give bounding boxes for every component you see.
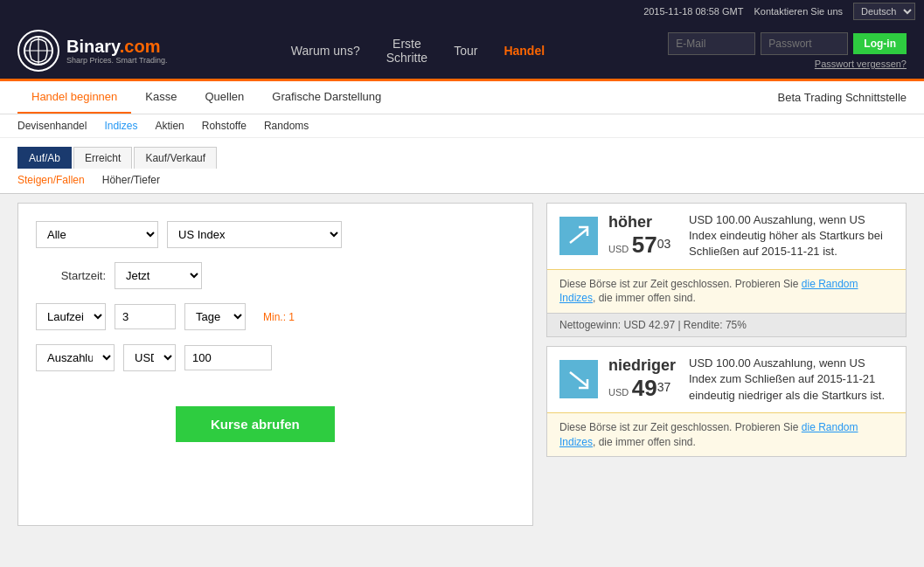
niedriger-price: USD 4937 xyxy=(608,375,670,402)
niedriger-icon xyxy=(559,360,598,398)
auszahlung-select[interactable]: Auszahlung xyxy=(36,344,115,371)
hoeher-desc: USD 100.00 Auszahlung, wenn US Index ein… xyxy=(689,212,893,260)
niedriger-warning: Diese Börse ist zur Zeit geschlossen. Pr… xyxy=(547,412,906,457)
startzeit-label: Startzeit: xyxy=(36,269,106,282)
language-select[interactable]: Deutsch xyxy=(853,3,915,20)
result-card-niedriger: niedriger USD 4937 USD 100.00 Auszahlung… xyxy=(546,346,907,457)
result-header-hoeher: höher USD 5703 USD 100.00 Auszahlung, we… xyxy=(547,204,906,269)
main-nav: Handel beginnen Kasse Quellen Grafische … xyxy=(0,81,924,114)
login-row: Log-in xyxy=(668,32,907,55)
header-nav: Warum uns? ErsteSchritte Tour Handel xyxy=(194,37,643,65)
forgot-password-link[interactable]: Passwort vergessen? xyxy=(815,59,907,69)
currency-select[interactable]: USD xyxy=(123,344,176,371)
niedriger-warning-link[interactable]: die Random Indizes xyxy=(559,421,858,448)
amount-input[interactable] xyxy=(184,345,272,370)
login-button[interactable]: Log-in xyxy=(853,33,907,54)
hoeher-warning: Diese Börse ist zur Zeit geschlossen. Pr… xyxy=(547,269,906,314)
header: Binary.com Sharp Prices. Smart Trading. … xyxy=(0,23,924,79)
nav-handel-beginnen[interactable]: Handel beginnen xyxy=(17,81,131,114)
email-field[interactable] xyxy=(668,32,755,55)
left-panel: Alle US Index Startzeit: Jetzt Laufzeit … xyxy=(17,203,533,526)
subnav-indizes[interactable]: Indizes xyxy=(104,118,137,134)
header-right: Log-in Passwort vergessen? xyxy=(668,32,907,69)
nav-tour[interactable]: Tour xyxy=(454,44,477,58)
password-field[interactable] xyxy=(761,32,848,55)
niedriger-title: niedriger xyxy=(608,356,676,375)
min-label: Min.: 1 xyxy=(263,311,295,323)
logo-text: Binary.com xyxy=(66,37,168,56)
hoeher-icon xyxy=(559,217,598,255)
tab-erreicht[interactable]: Erreicht xyxy=(73,147,132,169)
kurse-abrufen-button[interactable]: Kurse abrufen xyxy=(176,406,335,442)
nav-grafische-darstellung[interactable]: Grafische Darstellung xyxy=(258,81,395,114)
hoeher-title: höher xyxy=(608,213,652,232)
right-panel: höher USD 5703 USD 100.00 Auszahlung, we… xyxy=(546,203,907,526)
logo-area: Binary.com Sharp Prices. Smart Trading. xyxy=(17,30,168,72)
sub-tab-bar: Steigen/Fallen Höher/Tiefer xyxy=(0,169,924,194)
index-select[interactable]: US Index xyxy=(167,221,342,248)
form-row-startzeit: Startzeit: Jetzt xyxy=(36,262,515,289)
nav-erste-schritte[interactable]: ErsteSchritte xyxy=(386,37,427,65)
main-nav-left: Handel beginnen Kasse Quellen Grafische … xyxy=(17,81,395,114)
form-row-market: Alle US Index xyxy=(36,221,515,248)
startzeit-select[interactable]: Jetzt xyxy=(115,262,202,289)
hoeher-price: USD 5703 xyxy=(608,232,670,259)
logo-tagline: Sharp Prices. Smart Trading. xyxy=(66,56,168,65)
tab-auf-ab[interactable]: Auf/Ab xyxy=(17,147,72,169)
beta-link[interactable]: Beta Trading Schnittstelle xyxy=(778,82,907,113)
timestamp: 2015-11-18 08:58 GMT xyxy=(643,6,743,17)
subnav-aktien[interactable]: Aktien xyxy=(155,118,184,134)
result-card-hoeher: höher USD 5703 USD 100.00 Auszahlung, we… xyxy=(546,203,907,337)
nav-kasse[interactable]: Kasse xyxy=(131,81,191,114)
subnav-randoms[interactable]: Randoms xyxy=(264,118,309,134)
nav-handel[interactable]: Handel xyxy=(504,44,545,58)
nav-warum[interactable]: Warum uns? xyxy=(291,44,360,58)
top-bar: 2015-11-18 08:58 GMT Kontaktieren Sie un… xyxy=(0,0,924,23)
tab-kauf-verkauf[interactable]: Kauf/Verkauf xyxy=(134,147,217,169)
hoeher-warning-link[interactable]: die Random Indizes xyxy=(559,278,858,305)
subtab-hoeher-tiefer[interactable]: Höher/Tiefer xyxy=(102,169,160,193)
result-header-niedriger: niedriger USD 4937 USD 100.00 Auszahlung… xyxy=(547,347,906,412)
hoeher-footer: Nettogewinn: USD 42.97 | Rendite: 75% xyxy=(547,313,906,336)
contact-link[interactable]: Kontaktieren Sie uns xyxy=(754,6,843,17)
laufzeit-unit-select[interactable]: Tage xyxy=(184,303,246,330)
alle-select[interactable]: Alle xyxy=(36,221,158,248)
subnav-devisenhandel[interactable]: Devisenhandel xyxy=(17,118,87,134)
niedriger-desc: USD 100.00 Auszahlung, wenn US Index zum… xyxy=(689,356,893,404)
form-row-laufzeit: Laufzeit Tage Min.: 1 xyxy=(36,303,515,330)
laufzeit-input[interactable] xyxy=(115,304,176,329)
form-row-auszahlung: Auszahlung USD xyxy=(36,344,515,371)
subnav-rohstoffe[interactable]: Rohstoffe xyxy=(202,118,247,134)
main-content: Alle US Index Startzeit: Jetzt Laufzeit … xyxy=(0,194,924,535)
nav-quellen[interactable]: Quellen xyxy=(191,81,258,114)
logo-icon xyxy=(17,30,59,72)
tab-bar: Auf/Ab Erreicht Kauf/Verkauf xyxy=(0,138,924,169)
laufzeit-type-select[interactable]: Laufzeit xyxy=(36,303,106,330)
sub-nav: Devisenhandel Indizes Aktien Rohstoffe R… xyxy=(0,114,924,138)
subtab-steigen-fallen[interactable]: Steigen/Fallen xyxy=(17,169,85,193)
